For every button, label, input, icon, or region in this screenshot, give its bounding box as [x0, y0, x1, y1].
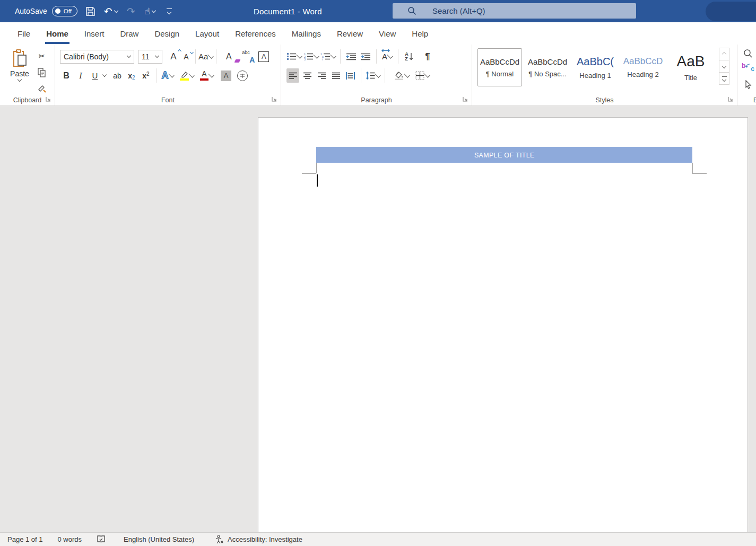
superscript-button[interactable]: x2 [140, 68, 152, 83]
styles-gallery-more-button[interactable] [719, 72, 729, 85]
search-box[interactable]: Search (Alt+Q) [393, 3, 636, 19]
search-icon [407, 6, 416, 15]
character-border-button[interactable]: A [257, 49, 270, 64]
style-heading-2[interactable]: AaBbCcD Heading 2 [621, 48, 665, 86]
touch-mouse-mode-button[interactable]: ☝ [144, 4, 156, 18]
undo-dropdown-chevron-icon[interactable] [114, 8, 118, 12]
change-case-chevron-icon [208, 52, 214, 58]
bold-button[interactable]: B [60, 68, 73, 83]
align-right-button[interactable] [315, 68, 328, 83]
find-button[interactable] [742, 48, 754, 59]
touch-mode-dropdown-chevron-icon[interactable] [152, 8, 156, 12]
select-button[interactable] [742, 78, 754, 90]
tab-review[interactable]: Review [329, 22, 371, 45]
eraser-icon [234, 59, 241, 63]
autosave-switch[interactable]: Off [52, 6, 77, 16]
italic-button[interactable]: I [74, 68, 87, 83]
paste-button[interactable]: Paste [5, 49, 34, 94]
tab-layout[interactable]: Layout [187, 22, 227, 45]
font-name-combobox[interactable]: Calibri (Body) [60, 50, 134, 64]
bullets-button[interactable] [286, 49, 302, 64]
strikethrough-button[interactable]: ab [111, 68, 124, 83]
text-effects-button[interactable]: A [161, 68, 174, 83]
grow-font-button[interactable]: A [167, 49, 180, 64]
format-painter-button[interactable] [36, 84, 48, 94]
chevron-down-icon [722, 64, 726, 68]
style-title[interactable]: AaB Title [668, 48, 713, 86]
clear-formatting-button[interactable]: A [222, 49, 235, 64]
save-button[interactable] [85, 4, 97, 18]
align-center-button[interactable] [301, 68, 314, 83]
change-case-button[interactable]: Aa [198, 49, 213, 64]
styles-scroll-up-button[interactable] [719, 48, 729, 60]
font-color-button[interactable]: A [200, 68, 214, 83]
sort-button[interactable]: AZ [403, 49, 415, 64]
word-count[interactable]: 0 words [58, 535, 82, 543]
style-heading-1[interactable]: AaBbC( Heading 1 [573, 48, 618, 86]
align-right-icon [317, 72, 326, 80]
autosave-label: AutoSave [15, 7, 47, 15]
title-banner-cell[interactable]: SAMPLE OF TITLE [316, 147, 692, 163]
increase-indent-button[interactable] [359, 49, 372, 64]
distribute-button[interactable] [344, 68, 357, 83]
customize-quick-access-button[interactable] [163, 4, 175, 18]
format-painter-icon [38, 85, 47, 94]
multilevel-list-chevron-icon [330, 52, 336, 58]
tab-references[interactable]: References [227, 22, 284, 45]
tab-view[interactable]: View [371, 22, 404, 45]
align-left-button[interactable] [286, 68, 299, 83]
proofing-status-button[interactable] [97, 535, 106, 544]
crop-mark-left-vertical [316, 163, 317, 173]
styles-scroll-down-button[interactable] [719, 60, 729, 73]
underline-dropdown-chevron-icon[interactable] [102, 73, 107, 77]
style-normal[interactable]: AaBbCcDd ¶ Normal [477, 48, 522, 86]
ribbon: Paste ✂ Clipboard Calibri (Body) 11 [0, 45, 756, 106]
shading-chevron-icon [404, 72, 410, 77]
paste-dropdown-chevron-icon[interactable] [18, 77, 22, 82]
autosave-toggle[interactable]: AutoSave Off [15, 6, 77, 16]
tab-mailings[interactable]: Mailings [284, 22, 329, 45]
justify-button[interactable] [329, 68, 342, 83]
underline-button[interactable]: U [89, 68, 101, 83]
undo-button[interactable]: ↶ [104, 4, 118, 18]
text-highlight-button[interactable] [180, 68, 194, 83]
copy-icon [38, 68, 46, 77]
tab-draw[interactable]: Draw [112, 22, 146, 45]
document-page[interactable]: SAMPLE OF TITLE [258, 117, 748, 532]
page-indicator[interactable]: Page 1 of 1 [7, 535, 43, 543]
redo-button-disabled[interactable]: ↷ [125, 4, 137, 18]
font-size-combobox[interactable]: 11 [138, 50, 162, 64]
tab-home[interactable]: Home [38, 22, 76, 45]
cut-button[interactable]: ✂ [36, 51, 48, 61]
paragraph-dialog-launcher[interactable] [462, 95, 469, 103]
tab-help[interactable]: Help [404, 22, 436, 45]
account-avatar[interactable] [706, 2, 756, 21]
tab-file[interactable]: File [10, 22, 38, 45]
crop-mark-right-horizontal [692, 173, 707, 174]
shrink-font-button[interactable]: A [180, 49, 193, 64]
show-hide-marks-button[interactable]: ¶ [421, 49, 434, 64]
font-dialog-launcher[interactable] [271, 95, 278, 103]
multilevel-list-button[interactable]: 1ai [320, 49, 336, 64]
clipboard-dialog-launcher[interactable] [45, 95, 52, 103]
shading-button[interactable] [394, 68, 410, 83]
decrease-indent-button[interactable] [345, 49, 358, 64]
line-spacing-button[interactable] [366, 68, 380, 83]
character-shading-button[interactable]: A [220, 68, 232, 83]
tab-design[interactable]: Design [146, 22, 187, 45]
accessibility-status[interactable]: Accessibility: Investigate [214, 535, 302, 544]
enclose-characters-button[interactable] [236, 68, 249, 83]
asian-layout-button[interactable]: A [381, 49, 394, 64]
numbering-button[interactable]: 123 [303, 49, 319, 64]
styles-dialog-launcher[interactable] [727, 95, 734, 103]
style-no-spacing[interactable]: AaBbCcDd ¶ No Spac... [525, 48, 570, 86]
character-border-icon: A [258, 51, 269, 62]
borders-button[interactable] [415, 68, 430, 83]
subscript-button[interactable]: x2 [125, 68, 138, 83]
replace-button[interactable]: b c [742, 63, 754, 75]
language-indicator[interactable]: English (United States) [124, 535, 194, 543]
tab-insert[interactable]: Insert [76, 22, 112, 45]
line-spacing-icon [366, 72, 375, 80]
copy-button[interactable] [36, 67, 48, 78]
phonetic-guide-button[interactable]: abc A [241, 49, 255, 64]
